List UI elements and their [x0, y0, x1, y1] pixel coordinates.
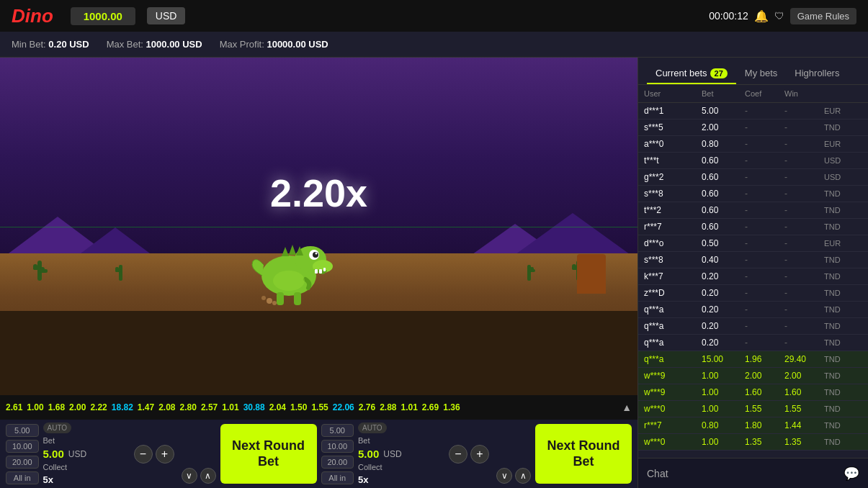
table-cell: TND — [824, 338, 853, 347]
bet-label-2: Bet — [358, 436, 370, 445]
table-header-cell — [824, 89, 853, 98]
table-cell: 0.40 — [702, 255, 745, 265]
history-value: 2.08 — [158, 402, 175, 412]
table-cell: 1.35 — [745, 437, 784, 447]
bet-amount-btn-10.00[interactable]: 10.00 — [321, 440, 354, 453]
bet-decrease-2[interactable]: − — [449, 445, 467, 464]
collect-increase-1[interactable]: ∧ — [200, 468, 216, 484]
header: Dino 1000.00 USD 00:00:12 🔔 🛡 Game Rules — [0, 0, 868, 32]
svg-rect-7 — [115, 267, 119, 272]
history-value: 1.68 — [48, 402, 65, 412]
table-cell: 2.00 — [745, 371, 784, 381]
table-cell: t***t — [644, 155, 702, 166]
svg-point-19 — [316, 252, 318, 254]
bet-amount-btn-5.00[interactable]: 5.00 — [321, 424, 354, 437]
table-cell: TND — [824, 421, 853, 430]
table-cell: s***5 — [644, 122, 702, 132]
bet-value-row-2: Bet — [358, 436, 444, 445]
table-cell: TND — [824, 355, 853, 363]
bet-amount-btn-10.00[interactable]: 10.00 — [6, 440, 39, 453]
table-cell: - — [745, 155, 784, 166]
auto-toggle-2[interactable]: AUTO — [358, 423, 387, 433]
bet-increase-1[interactable]: + — [156, 445, 174, 464]
collect-decrease-1[interactable]: ∨ — [182, 468, 197, 484]
history-scroll-right[interactable]: ▲ — [622, 402, 632, 413]
table-cell: TND — [824, 322, 853, 330]
table-cell: - — [745, 271, 784, 281]
history-value: 30.88 — [243, 402, 265, 412]
history-value: 1.47 — [138, 402, 154, 412]
bet-amount-btn-all-in[interactable]: All in — [321, 471, 354, 484]
history-value: 1.01 — [222, 402, 238, 412]
sound-icon[interactable]: 🔔 — [754, 9, 769, 23]
chat-icon[interactable]: 💬 — [844, 466, 859, 482]
table-header-cell: Coef — [745, 89, 784, 98]
table-row: q***a0.20--TND — [638, 318, 868, 335]
table-cell: d***1 — [644, 106, 702, 116]
auto-toggle-1[interactable]: AUTO — [43, 423, 72, 433]
tab-highrollers[interactable]: Highrollers — [786, 63, 848, 84]
timer-area: 00:00:12 🔔 🛡 Game Rules — [709, 8, 856, 24]
collect-value-1: 5x — [43, 474, 53, 485]
table-row: w***01.001.351.35TND — [638, 434, 868, 451]
table-cell: z***D — [644, 288, 702, 298]
table-cell: - — [745, 189, 784, 199]
collect-label-2: Collect — [358, 463, 382, 471]
game-rules-button[interactable]: Game Rules — [790, 8, 856, 24]
tab-current-bets[interactable]: Current bets27 — [647, 63, 736, 84]
table-row: a***00.80--EUR — [638, 136, 868, 153]
svg-marker-24 — [289, 245, 296, 255]
bet-controls: 5.0010.0020.00All in AUTO Bet 5.00 USD — [0, 420, 637, 488]
bet-stepper-1: − + — [134, 424, 174, 484]
table-cell: g***2 — [644, 172, 702, 182]
table-cell: - — [784, 222, 824, 232]
svg-point-30 — [261, 296, 266, 300]
table-cell: w***0 — [644, 404, 702, 414]
table-cell: TND — [824, 388, 853, 397]
svg-marker-23 — [282, 247, 289, 256]
bet-info-bar: Min Bet: 0.20 USD Max Bet: 1000.00 USD M… — [0, 32, 868, 58]
tab-my-bets[interactable]: My bets — [736, 63, 787, 84]
bet-decrease-1[interactable]: − — [134, 445, 153, 464]
bet-amount-btn-5.00[interactable]: 5.00 — [6, 424, 39, 437]
table-cell: 0.60 — [702, 189, 745, 199]
table-cell: - — [784, 321, 824, 331]
table-row: s***80.40--TND — [638, 252, 868, 268]
min-bet-label: Min Bet: 0.20 USD — [12, 39, 89, 50]
svg-rect-2 — [33, 264, 37, 270]
bet-increase-2[interactable]: + — [470, 445, 489, 464]
svg-point-29 — [267, 298, 272, 304]
bet-amount-btn-all-in[interactable]: All in — [6, 471, 39, 484]
table-cell: d***o — [644, 238, 702, 248]
table-cell: 0.20 — [702, 271, 745, 281]
bet-amount-btn-20.00[interactable]: 20.00 — [6, 456, 39, 469]
auto-row-2: AUTO — [358, 423, 444, 433]
svg-rect-5 — [119, 265, 122, 281]
table-cell: EUR — [824, 239, 853, 248]
bet-center-1: AUTO Bet 5.00 USD Collect 5x — [43, 424, 130, 484]
next-round-btn-1[interactable]: Next Round Bet — [220, 424, 317, 484]
table-cell: - — [745, 222, 784, 232]
svg-rect-22 — [323, 268, 326, 271]
cactus-1 — [32, 253, 48, 284]
table-cell: - — [745, 321, 784, 331]
table-cell: k***7 — [644, 271, 702, 281]
table-row: q***a0.20--TND — [638, 335, 868, 351]
table-cell: 1.96 — [745, 354, 784, 364]
balance-display: 1000.00 — [71, 7, 135, 25]
table-cell: 1.00 — [702, 371, 745, 381]
right-panel: Current bets27My betsHighrollers UserBet… — [637, 58, 868, 488]
bet-amount-btn-20.00[interactable]: 20.00 — [321, 456, 354, 469]
bet-value-2: 5.00 — [358, 448, 379, 460]
next-round-btn-2[interactable]: Next Round Bet — [535, 424, 632, 484]
collect-increase-2[interactable]: ∧ — [515, 468, 531, 484]
table-cell: w***9 — [644, 387, 702, 397]
table-row: d***o0.50--EUR — [638, 235, 868, 252]
table-row: g***20.60--USD — [638, 169, 868, 186]
table-cell: 1.60 — [784, 387, 824, 397]
table-cell: - — [745, 172, 784, 182]
table-header-cell: User — [644, 89, 702, 98]
collect-decrease-2[interactable]: ∨ — [496, 468, 512, 484]
svg-rect-21 — [319, 269, 322, 274]
table-cell: TND — [824, 405, 853, 413]
